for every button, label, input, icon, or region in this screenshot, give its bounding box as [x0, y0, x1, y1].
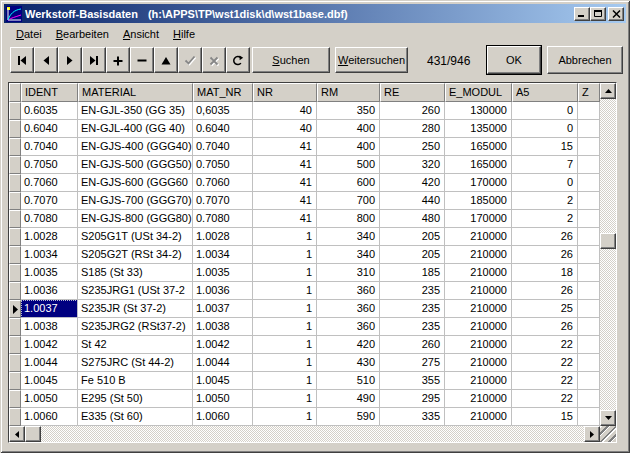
grid-cell-ident[interactable]: 1.0037	[21, 300, 78, 318]
grid-cell-re[interactable]: 260	[380, 336, 445, 354]
grid-cell-z[interactable]	[578, 228, 600, 246]
scroll-up-button[interactable]	[600, 83, 616, 99]
nav-prior-button[interactable]	[34, 47, 58, 73]
grid-cell-e_modul[interactable]: 130000	[445, 102, 512, 120]
grid-cell-mat_nr[interactable]: 0.7050	[193, 156, 253, 174]
grid-cell-z[interactable]	[578, 138, 600, 156]
grid-cell-ident[interactable]: 1.0038	[21, 318, 78, 336]
grid-cell-rm[interactable]: 360	[317, 318, 380, 336]
grid-cell-a5[interactable]: 26	[512, 228, 578, 246]
grid-cell-rm[interactable]: 400	[317, 138, 380, 156]
grid-cell-ident[interactable]: 1.0036	[21, 282, 78, 300]
grid-cell-rm[interactable]: 590	[317, 408, 380, 426]
grid-cell-re[interactable]: 235	[380, 300, 445, 318]
grid-cell-ident[interactable]: 1.0035	[21, 264, 78, 282]
grid-cell-nr[interactable]: 1	[253, 354, 317, 372]
scroll-right-button[interactable]	[584, 426, 600, 442]
grid-cell-nr[interactable]: 1	[253, 264, 317, 282]
grid-cell-e_modul[interactable]: 210000	[445, 372, 512, 390]
grid-cell-a5[interactable]: 2	[512, 192, 578, 210]
grid-cell-material[interactable]: EN-GJS-400 (GGG40)	[78, 138, 193, 156]
grid-cell-re[interactable]: 235	[380, 282, 445, 300]
grid-cell-rm[interactable]: 420	[317, 336, 380, 354]
grid-cell-a5[interactable]: 22	[512, 354, 578, 372]
grid-cell-mat_nr[interactable]: 1.0035	[193, 264, 253, 282]
grid-cell-mat_nr[interactable]: 1.0038	[193, 318, 253, 336]
grid-cell-nr[interactable]: 1	[253, 336, 317, 354]
grid-cell-mat_nr[interactable]: 1.0044	[193, 354, 253, 372]
grid-cell-nr[interactable]: 41	[253, 210, 317, 228]
grid-cell-re[interactable]: 205	[380, 246, 445, 264]
grid-cell-re[interactable]: 260	[380, 102, 445, 120]
nav-insert-button[interactable]	[106, 47, 130, 73]
grid-cell-e_modul[interactable]: 210000	[445, 354, 512, 372]
grid-cell-mat_nr[interactable]: 1.0028	[193, 228, 253, 246]
grid-cell-e_modul[interactable]: 210000	[445, 228, 512, 246]
grid-cell-material[interactable]: EN-GJS-600 (GGG60	[78, 174, 193, 192]
grid-cell-z[interactable]	[578, 282, 600, 300]
grid-cell-z[interactable]	[578, 408, 600, 426]
grid-cell-mat_nr[interactable]: 1.0034	[193, 246, 253, 264]
grid-cell-z[interactable]	[578, 174, 600, 192]
grid-cell-z[interactable]	[578, 264, 600, 282]
grid-cell-mat_nr[interactable]: 0.6040	[193, 120, 253, 138]
grid-cell-a5[interactable]: 22	[512, 372, 578, 390]
grid-cell-mat_nr[interactable]: 1.0036	[193, 282, 253, 300]
maximize-button[interactable]	[590, 7, 606, 21]
grid-cell-z[interactable]	[578, 354, 600, 372]
grid-cell-material[interactable]: S205G2T (RSt 34-2)	[78, 246, 193, 264]
grid-cell-mat_nr[interactable]: 1.0050	[193, 390, 253, 408]
grid-cell-material[interactable]: S235JRG1 (USt 37-2	[78, 282, 193, 300]
grid-cell-a5[interactable]: 15	[512, 138, 578, 156]
grid-cell-nr[interactable]: 41	[253, 192, 317, 210]
ok-button[interactable]: OK	[487, 46, 541, 74]
grid-cell-re[interactable]: 480	[380, 210, 445, 228]
grid-cell-material[interactable]: S205G1T (USt 34-2)	[78, 228, 193, 246]
grid-cell-material[interactable]: EN-GJS-500 (GGG50)	[78, 156, 193, 174]
menu-datei[interactable]: Datei	[9, 26, 49, 42]
grid-cell-nr[interactable]: 40	[253, 102, 317, 120]
grid-cell-material[interactable]: Fe 510 B	[78, 372, 193, 390]
grid-cell-a5[interactable]: 0	[512, 120, 578, 138]
grid-cell-material[interactable]: S185 (St 33)	[78, 264, 193, 282]
grid-cell-z[interactable]	[578, 192, 600, 210]
grid-cell-nr[interactable]: 1	[253, 228, 317, 246]
grid-cell-a5[interactable]: 0	[512, 102, 578, 120]
grid-cell-rm[interactable]: 350	[317, 102, 380, 120]
grid-cell-z[interactable]	[578, 318, 600, 336]
grid-cell-nr[interactable]: 41	[253, 174, 317, 192]
grid-cell-e_modul[interactable]: 210000	[445, 264, 512, 282]
nav-refresh-button[interactable]	[226, 47, 250, 73]
grid-cell-mat_nr[interactable]: 0,6035	[193, 102, 253, 120]
grid-cell-re[interactable]: 205	[380, 228, 445, 246]
grid-cell-rm[interactable]: 340	[317, 246, 380, 264]
grid-cell-e_modul[interactable]: 165000	[445, 156, 512, 174]
grid-cell-e_modul[interactable]: 185000	[445, 192, 512, 210]
grid-cell-re[interactable]: 320	[380, 156, 445, 174]
grid-cell-z[interactable]	[578, 246, 600, 264]
cancel-button[interactable]: Abbrechen	[547, 46, 623, 74]
grid-cell-a5[interactable]: 22	[512, 336, 578, 354]
grid-cell-e_modul[interactable]: 210000	[445, 318, 512, 336]
grid-cell-rm[interactable]: 360	[317, 300, 380, 318]
grid-cell-mat_nr[interactable]: 0.7060	[193, 174, 253, 192]
grid-cell-ident[interactable]: 1.0042	[21, 336, 78, 354]
grid-cell-re[interactable]: 295	[380, 390, 445, 408]
menu-bearbeiten[interactable]: Bearbeiten	[49, 26, 116, 42]
grid-cell-z[interactable]	[578, 300, 600, 318]
grid-cell-ident[interactable]: 0.7050	[21, 156, 78, 174]
grid-cell-z[interactable]	[578, 372, 600, 390]
grid-cell-e_modul[interactable]: 210000	[445, 300, 512, 318]
scroll-left-button[interactable]	[9, 426, 25, 442]
grid-cell-material[interactable]: EN-GJL-400 (GG 40)	[78, 120, 193, 138]
search-button[interactable]: Suchen	[252, 47, 330, 73]
close-button[interactable]	[608, 7, 624, 21]
grid-cell-e_modul[interactable]: 210000	[445, 336, 512, 354]
grid-cell-rm[interactable]: 310	[317, 264, 380, 282]
grid-cell-e_modul[interactable]: 165000	[445, 138, 512, 156]
grid-cell-a5[interactable]: 7	[512, 156, 578, 174]
grid-cell-rm[interactable]: 800	[317, 210, 380, 228]
grid-cell-nr[interactable]: 1	[253, 282, 317, 300]
grid-cell-a5[interactable]: 26	[512, 318, 578, 336]
grid-cell-material[interactable]: St 42	[78, 336, 193, 354]
